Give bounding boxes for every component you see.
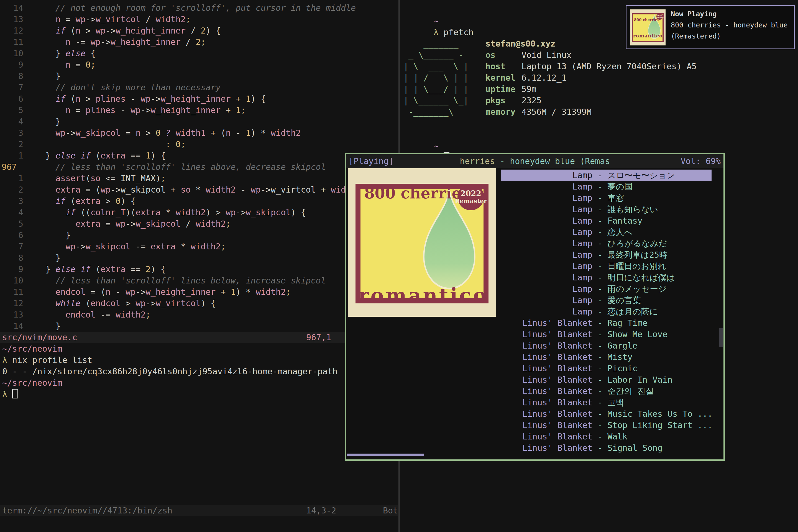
code-text: n = plines - wp->w_height_inner + 1;	[23, 104, 246, 116]
playlist-row[interactable]: Lamp - Fantasy	[501, 215, 711, 226]
terminal-scroll-position: Bot	[383, 505, 398, 516]
pfetch-info-row: kernel6.12.12_1	[486, 72, 697, 83]
code-text: endcol -= width2;	[23, 309, 151, 320]
playlist[interactable]: Lamp - スロ〜モ〜ションLamp - 夢の国Lamp - 車窓Lamp -…	[501, 170, 711, 454]
line-number: 14	[0, 2, 23, 14]
terminal-line: 0 - - /nix/store/cq3cx86h28j0y46ls0nhjzj…	[2, 366, 396, 377]
code-line[interactable]: 2 extra = (wp->w_skipcol + so * width2 -…	[0, 184, 398, 195]
nvim-terminal-buffer[interactable]: ~/src/neovimλ nix profile list0 - - /nix…	[2, 343, 396, 400]
code-line[interactable]: 11 endcol = (n - wp->w_height_inner + 1)…	[0, 286, 398, 298]
code-text: extra = wp->w_skipcol / width2;	[23, 218, 231, 229]
album-artist-text: 800 cherries	[364, 188, 470, 199]
code-line[interactable]: 12 while (endcol > wp->w_virtcol) {	[0, 298, 398, 309]
playlist-row[interactable]: Linus' Blanket - Gargle	[501, 340, 711, 352]
playlist-row[interactable]: Lamp - 恋は月の蔭に	[501, 306, 711, 317]
playlist-row[interactable]: Linus' Blanket - 순간의 진실	[501, 385, 711, 397]
code-line[interactable]: 6 if (n > plines - wp->w_height_inner + …	[0, 93, 398, 104]
code-line[interactable]: 8 }	[0, 70, 398, 82]
code-line[interactable]: 3 wp->w_skipcol = n > 0 ? width1 + (n - …	[0, 127, 398, 138]
code-line[interactable]: 7 // don't skip more than necessary	[0, 82, 398, 93]
playlist-row[interactable]: Linus' Blanket - Picnic	[501, 363, 711, 374]
statusline-filename: src/nvim/move.c	[2, 332, 77, 343]
playlist-row[interactable]: Lamp - 明日になれば僕は	[501, 272, 711, 283]
code-text: n = 0;	[23, 59, 96, 70]
code-line[interactable]: 11 n -= wp->w_height_inner / 2;	[0, 36, 398, 48]
line-number: 6	[0, 229, 23, 241]
line-number: 4	[0, 207, 23, 218]
album-title-text: romantico	[632, 30, 663, 41]
code-line[interactable]: 1 } else if (extra == 1) {	[0, 150, 398, 161]
code-text: } else if (extra == 1) {	[23, 150, 166, 161]
code-text: if (n > wp->w_height_inner / 2) {	[23, 25, 221, 36]
remaster-badge: 2022Remaster	[657, 13, 663, 20]
line-number: 8	[0, 70, 23, 82]
line-number: 12	[0, 298, 23, 309]
code-line[interactable]: 4 }	[0, 116, 398, 127]
code-line[interactable]: 4 if ((colnr_T)(extra * width2) > wp->w_…	[0, 207, 398, 218]
playlist-row[interactable]: Linus' Blanket - Misty	[501, 352, 711, 363]
nvim-code-buffer[interactable]: 14 // not enough room for 'scrolloff', p…	[0, 2, 398, 332]
playlist-row[interactable]: Lamp - 最終列車は25時	[501, 249, 711, 261]
code-line[interactable]: 6 }	[0, 229, 398, 241]
playlist-row[interactable]: Lamp - 雨のメッセージ	[501, 283, 711, 294]
line-number: 3	[0, 127, 23, 138]
album-artist-text: 800 cherries	[634, 14, 660, 25]
code-line[interactable]: 13 n = wp->w_virtcol / width2;	[0, 14, 398, 25]
pfetch-info: stefan@s00.xyzosVoid LinuxhostLaptop 13 …	[486, 38, 697, 117]
code-text: }	[23, 116, 60, 127]
prompt-lambda: λ	[433, 27, 443, 37]
playlist-row[interactable]: Lamp - 車窓	[501, 192, 711, 204]
code-line[interactable]: 1 assert(so <= INT_MAX);	[0, 173, 398, 184]
code-line[interactable]: 2 : 0;	[0, 138, 398, 150]
playlist-row[interactable]: Linus' Blanket - Music Takes Us To ...	[501, 408, 711, 419]
code-line[interactable]: 9 n = 0;	[0, 59, 398, 70]
terminal-buffer-name: term://~/src/neovim//4713:/bin/zsh	[2, 505, 172, 516]
playlist-row[interactable]: Linus' Blanket - Show Me Love	[501, 329, 711, 340]
playlist-row[interactable]: Linus' Blanket - Signal Song	[501, 442, 711, 454]
code-line[interactable]: 5 n = plines - wp->w_height_inner + 1;	[0, 104, 398, 116]
code-text: }	[23, 252, 60, 264]
code-line[interactable]: 967 // less than 'scrolloff' lines above…	[0, 161, 398, 173]
code-line[interactable]: 14 }	[0, 320, 398, 332]
code-line[interactable]: 12 if (n > wp->w_height_inner / 2) {	[0, 25, 398, 36]
notification-text: Now Playing 800 cherries - honeydew blue…	[671, 8, 787, 42]
playback-progress-bar[interactable]	[347, 454, 424, 456]
playlist-row[interactable]: Lamp - 日曜日のお別れ	[501, 261, 711, 272]
line-number: 4	[0, 116, 23, 127]
code-text: // don't skip more than necessary	[23, 82, 221, 93]
code-line[interactable]: 10 } else {	[0, 48, 398, 59]
playlist-row[interactable]: Linus' Blanket - Stop Liking Start ...	[501, 419, 711, 431]
playlist-row[interactable]: Lamp - 愛の言葉	[501, 294, 711, 306]
playlist-row[interactable]: Linus' Blanket - 고백	[501, 397, 711, 408]
notification-title: Now Playing	[671, 8, 787, 20]
code-text: } else {	[23, 48, 96, 59]
code-line[interactable]: 10 // less than 'scrolloff' lines below,…	[0, 275, 398, 286]
playlist-row[interactable]: Lamp - ひろがるなみだ	[501, 238, 711, 249]
playlist-row[interactable]: Linus' Blanket - Labor In Vain	[501, 374, 711, 385]
album-art: 800 cherries 2022Remaster romantico	[348, 168, 496, 317]
playlist-scrollbar[interactable]	[719, 328, 723, 347]
code-text: wp->w_skipcol -= extra * width2;	[23, 241, 226, 252]
music-player-window[interactable]: [Playing] herries - honeydew blue (Remas…	[345, 153, 725, 461]
playlist-row[interactable]: Lamp - 誰も知らない	[501, 204, 711, 215]
playlist-row[interactable]: Lamp - スロ〜モ〜ション	[501, 170, 711, 181]
code-line[interactable]: 7 wp->w_skipcol -= extra * width2;	[0, 241, 398, 252]
code-line[interactable]: 14 // not enough room for 'scrolloff', p…	[0, 2, 398, 14]
code-line[interactable]: 13 endcol -= width2;	[0, 309, 398, 320]
pfetch-info-row: hostLaptop 13 (AMD Ryzen 7040Series) A5	[486, 61, 697, 72]
code-line[interactable]: 3 if (extra > 0) {	[0, 195, 398, 207]
terminal-line: ~/src/neovim	[2, 343, 396, 355]
code-text: endcol = (n - wp->w_height_inner + 1) * …	[23, 286, 291, 298]
code-line[interactable]: 8 }	[0, 252, 398, 264]
playlist-row[interactable]: Lamp - 夢の国	[501, 181, 711, 192]
code-line[interactable]: 5 extra = wp->w_skipcol / width2;	[0, 218, 398, 229]
void-linux-ascii-logo: _______ _ \______ - | \ ___ \ | | | / \ …	[403, 38, 469, 117]
nvim-statusline: src/nvim/move.c 967,1	[0, 332, 398, 343]
code-line[interactable]: 9 } else if (extra == 2) {	[0, 264, 398, 275]
now-playing-notification[interactable]: 800 cherries 2022Remaster romantico Now …	[626, 5, 795, 49]
playlist-row[interactable]: Lamp - 恋人へ	[501, 226, 711, 238]
code-text: while (endcol > wp->w_virtcol) {	[23, 298, 215, 309]
code-text: // less than 'scrolloff' lines below, in…	[23, 275, 326, 286]
playlist-row[interactable]: Linus' Blanket - Walk	[501, 431, 711, 442]
playlist-row[interactable]: Linus' Blanket - Rag Time	[501, 317, 711, 329]
